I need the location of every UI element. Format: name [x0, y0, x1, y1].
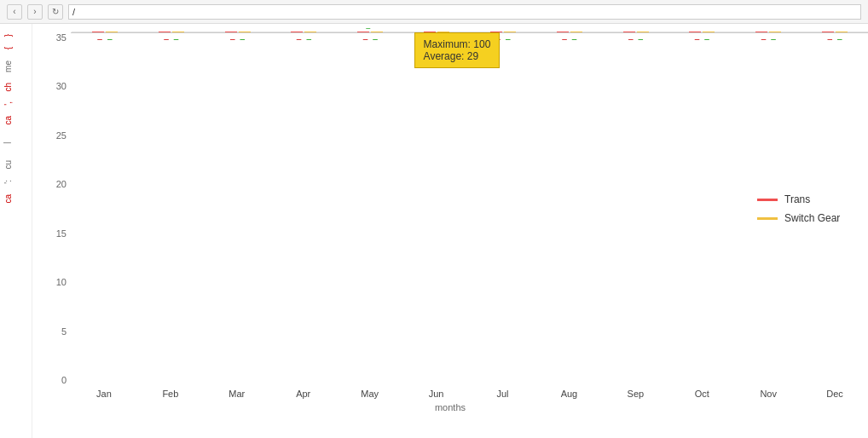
chart-body: –––––––––––––––––––––––––Maximum: 100Ave…: [71, 32, 868, 33]
indicator-group: ––: [470, 32, 536, 43]
nav-forward-button[interactable]: ›: [27, 4, 43, 20]
indicator-green: –: [174, 34, 179, 43]
y-axis-label: 20: [56, 179, 67, 189]
indicator-group: ––: [536, 32, 603, 43]
indicator-green: –: [837, 34, 842, 43]
x-axis-label: months: [32, 399, 868, 412]
x-axis-label-month: Jul: [470, 385, 536, 399]
indicator-red: –: [827, 34, 832, 43]
x-axis-label-month: Apr: [270, 385, 337, 399]
indicator-red: –: [562, 34, 567, 43]
x-axis-label-month: Oct: [668, 385, 735, 399]
nav-back-button[interactable]: ‹: [7, 4, 22, 20]
indicator-red: –: [363, 34, 368, 43]
indicator-green: –: [639, 34, 644, 43]
sidebar-label-7: –: [3, 135, 28, 150]
sidebar-label-3: me: [3, 61, 28, 72]
indicator-group: ––: [270, 32, 337, 43]
legend-label-trans: Trans: [784, 193, 810, 205]
sidebar-label-8: cu: [3, 160, 28, 170]
indicator-green: –: [506, 34, 511, 43]
sidebar-label-9: ':: [3, 180, 28, 184]
y-axis-label: 10: [56, 277, 67, 287]
indicator-group: ––: [603, 32, 669, 43]
x-axis-label-month: May: [337, 385, 403, 399]
y-axis-label: 0: [61, 375, 67, 385]
chart-container: 05101520253035 –––––––––––––––––––––––––…: [32, 32, 868, 385]
indicator-red: –: [164, 34, 169, 43]
x-axis-label-month: Jun: [403, 385, 470, 399]
refresh-button[interactable]: ↻: [48, 4, 63, 20]
chart-area: 05101520253035 –––––––––––––––––––––––––…: [32, 24, 868, 438]
legend-item-switchgear: Switch Gear: [757, 212, 851, 224]
indicator-green: –: [306, 34, 311, 43]
x-axis-label-month: Dec: [801, 385, 868, 399]
y-axis-label: 30: [56, 81, 67, 91]
sidebar-label-5: ',: [3, 101, 28, 106]
legend-label-switchgear: Switch Gear: [784, 212, 840, 224]
sidebar-label-2: {: [3, 47, 28, 49]
indicator-green: –: [240, 34, 246, 43]
indicator-red: –: [429, 34, 434, 43]
legend-item-trans: Trans: [757, 193, 851, 205]
indicator-group: ––: [403, 32, 470, 43]
indicator-red: –: [297, 34, 302, 43]
sidebar-label-6: ca: [3, 116, 28, 125]
sidebar: } { me ch ', ca – cu ': ca: [0, 24, 32, 438]
x-axis-label-month: Feb: [137, 385, 204, 399]
indicator-group: ––: [668, 32, 735, 43]
y-axis: 05101520253035: [32, 32, 71, 385]
indicator-green: –: [704, 34, 709, 43]
y-axis-label: 5: [61, 326, 67, 337]
indicator-green: –: [439, 34, 444, 43]
x-axis-label-month: Sep: [602, 385, 668, 399]
indicator-red: –: [97, 34, 102, 43]
sidebar-label-4: ch: [3, 83, 28, 92]
indicator-group: ––: [735, 32, 801, 43]
indicator-red: –: [230, 34, 235, 43]
indicator-green: –: [771, 34, 776, 43]
x-axis-label-month: Aug: [535, 385, 602, 399]
indicator-group: ––: [205, 32, 271, 43]
sidebar-label-10: ca: [3, 194, 28, 204]
legend-color-trans: [757, 199, 778, 201]
y-axis-label: 15: [56, 228, 67, 239]
indicator-group: ––: [801, 32, 868, 43]
x-axis-label-month: Jan: [71, 385, 137, 399]
indicator-green: –: [107, 34, 113, 43]
y-axis-label: 25: [56, 130, 67, 141]
legend-color-switchgear: [757, 217, 778, 220]
y-axis-label: 35: [56, 32, 67, 43]
address-input[interactable]: [68, 4, 861, 20]
top-bar: ‹ › ↻: [0, 0, 868, 24]
indicator-red: –: [495, 34, 501, 43]
chart-wrapper: 05101520253035 –––––––––––––––––––––––––…: [32, 24, 868, 438]
indicator-green: –: [373, 34, 378, 43]
x-axis: JanFebMarAprMayJunJulAugSepOctNovDec: [71, 385, 868, 399]
indicator-green: –: [572, 34, 577, 43]
indicator-group: ––: [337, 32, 403, 43]
indicator-red: –: [761, 34, 767, 43]
indicator-group: ––: [72, 32, 138, 43]
indicator-red: –: [695, 34, 700, 43]
top-indicators: ––––––––––––––––––––––––: [72, 32, 868, 43]
x-axis-label-month: Mar: [204, 385, 270, 399]
x-axis-label-month: Nov: [735, 385, 801, 399]
indicator-group: ––: [138, 32, 205, 43]
indicator-red: –: [628, 34, 634, 43]
legend: Trans Switch Gear: [757, 193, 851, 224]
sidebar-label-1: }: [3, 34, 28, 37]
